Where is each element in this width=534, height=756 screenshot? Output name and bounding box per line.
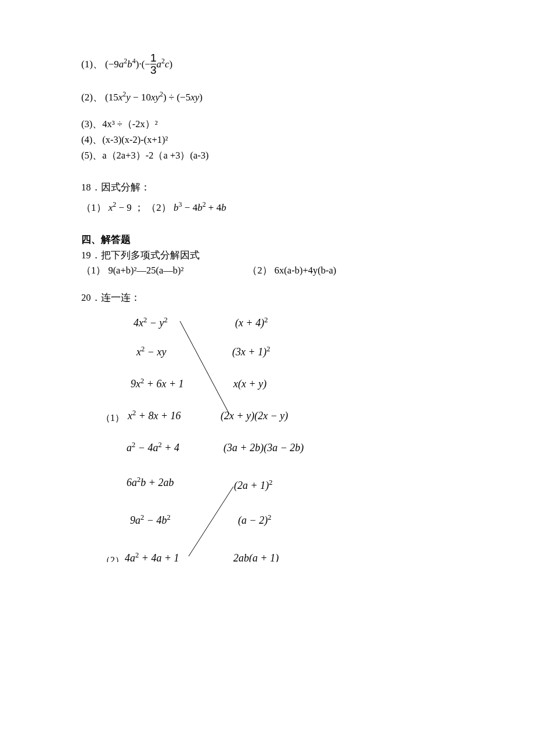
- q17-part2: (2)、 (15x2y − 10xy2) ÷ (−5xy): [81, 90, 453, 105]
- q17-part3: (3)、4x³ ÷（-2x）²: [81, 117, 453, 132]
- left-4: x2 + 8x + 16: [128, 408, 181, 424]
- q19-p1: （1） 9(a+b)²—25(a—b)²: [81, 264, 183, 278]
- q17-part5: (5)、a（2a+3）-2（a +3）(a-3): [81, 149, 453, 163]
- q19-body: （1） 9(a+b)²—25(a—b)² （2） 6x(a-b)+4y(b-a): [81, 264, 453, 278]
- left-1: 4x2 − y2: [134, 315, 168, 331]
- q20-label-2: （2）: [101, 553, 124, 562]
- q19-p2-expr: 6x(a-b)+4y(b-a): [275, 265, 336, 276]
- section-4-heading: 四、解答题: [81, 233, 453, 247]
- right-1: (x + 4)2: [235, 315, 268, 331]
- left-2: x2 − xy: [136, 344, 166, 360]
- left-8: 4a2 + 4a + 1: [125, 550, 179, 562]
- q18-p2-label: （2）: [146, 202, 171, 213]
- q19-p1-label: （1）: [81, 265, 106, 276]
- q17-part4: (4)、(x-3)(x-2)-(x+1)²: [81, 133, 453, 147]
- q17-p3-text: (3)、4x³ ÷（-2x）²: [81, 118, 158, 129]
- q18-p1-label: （1）: [81, 202, 106, 213]
- q19-p1-expr: 9(a+b)²—25(a—b)²: [108, 265, 183, 276]
- q20-title: 20．连一连：: [81, 291, 453, 305]
- frac-num: 1: [150, 52, 157, 64]
- right-6: (2a + 1)2: [234, 478, 272, 494]
- q20-matching: （1） （2） 4x2 − y2 x2 − xy 9x2 + 6x + 1 x2…: [104, 312, 453, 562]
- line-2: [189, 487, 233, 556]
- q19-p2: （2） 6x(a-b)+4y(b-a): [247, 264, 336, 278]
- q18-body: （1） x2 − 9 ； （2） b3 − 4b2 + 4b: [81, 200, 453, 215]
- right-3: x(x + y): [233, 376, 266, 392]
- right-7: (a − 2)2: [238, 513, 271, 528]
- right-5: (3a + 2b)(3a − 2b): [223, 440, 304, 456]
- q17-p1-label: (1)、: [81, 59, 103, 70]
- q17-p4-text: (4)、(x-3)(x-2)-(x+1)²: [81, 134, 168, 145]
- left-7: 9a2 − 4b2: [130, 513, 171, 528]
- line-1: [180, 321, 229, 414]
- right-2: (3x + 1)2: [232, 344, 270, 360]
- q18-title: 18．因式分解：: [81, 181, 453, 195]
- q19-p2-label: （2）: [247, 265, 272, 276]
- right-8: 2ab(a + 1): [233, 550, 279, 562]
- page-root: (1)、 (−9a2b4)·(−13a2c) (2)、 (15x2y − 10x…: [0, 0, 534, 562]
- q20-label-1: （1）: [101, 411, 124, 425]
- right-4: (2x + y)(2x − y): [221, 408, 288, 424]
- q19-title: 19．把下列多项式分解因式: [81, 249, 453, 263]
- left-5: a2 − 4a2 + 4: [127, 440, 179, 456]
- q18-sep: ；: [134, 202, 144, 213]
- frac-den: 3: [150, 64, 157, 76]
- q17-p2-label: (2)、: [81, 92, 103, 103]
- q17-part1: (1)、 (−9a2b4)·(−13a2c): [81, 53, 453, 77]
- left-3: 9x2 + 6x + 1: [131, 376, 184, 392]
- left-6: 6a2b + 2ab: [127, 475, 174, 491]
- q17-p5-text: (5)、a（2a+3）-2（a +3）(a-3): [81, 150, 209, 161]
